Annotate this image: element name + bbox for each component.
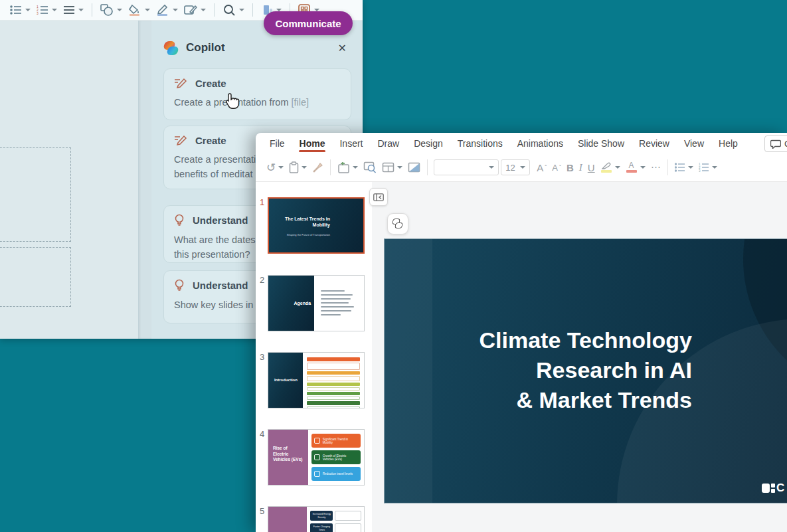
line-spacing-button[interactable] <box>60 3 86 17</box>
ribbon-divider <box>330 159 331 175</box>
more-font-options-button[interactable]: ⋯ <box>648 159 663 175</box>
font-color-button[interactable]: A <box>623 160 648 175</box>
copilot-title: Copilot <box>186 41 225 54</box>
designer-button[interactable] <box>405 160 423 175</box>
chevron-down-icon <box>640 166 646 169</box>
canvas-edge-strip <box>138 21 151 339</box>
slide-thumbnail-5[interactable]: Increased Energy Density Faster Charging… <box>268 506 365 532</box>
slide-thumbnail-1[interactable]: The Latest Trends in Mobility Shaping th… <box>268 197 365 254</box>
thumb4-bar1-label: Significant Trend in Mobility <box>323 438 358 444</box>
menu-view[interactable]: View <box>677 133 711 153</box>
thumb2-bullets <box>321 290 354 315</box>
font-size-value: 12 <box>505 163 515 173</box>
highlight-button[interactable] <box>598 160 623 175</box>
fill-color-button[interactable] <box>126 2 153 18</box>
new-slide-button[interactable] <box>335 160 361 175</box>
font-name-select[interactable] <box>434 159 499 175</box>
font-size-select[interactable]: 12 <box>501 159 530 175</box>
ink-annotate-button[interactable] <box>181 2 209 18</box>
font-color-swatch <box>626 170 637 173</box>
paste-button[interactable] <box>286 159 309 175</box>
menu-draw[interactable]: Draw <box>370 133 406 153</box>
slide-thumbnail-3[interactable]: Introduction <box>268 352 365 408</box>
menu-transitions[interactable]: Transitions <box>450 133 510 153</box>
undo-icon: ↺ <box>266 161 276 175</box>
chevron-down-icon <box>78 9 84 11</box>
copilot-inline-button[interactable] <box>387 213 408 234</box>
chevron-down-icon <box>520 166 525 169</box>
thumb2-title: Agenda <box>294 301 311 306</box>
italic-button[interactable]: I <box>576 160 585 175</box>
numbering-button[interactable]: 123 <box>34 3 60 17</box>
numbering-icon: 123 <box>37 5 48 15</box>
copilot-card-create-1[interactable]: Create Create a presentation from [file] <box>163 68 351 120</box>
shrink-font-button[interactable]: Aˇ <box>549 161 564 175</box>
logo-letter: C <box>776 482 785 495</box>
thumb4-title: Rise of Electric Vehicles (EVs) <box>273 446 303 463</box>
ink-annotate-icon <box>184 4 197 16</box>
menu-animations[interactable]: Animations <box>510 133 570 153</box>
document-canvas <box>0 21 138 339</box>
layout-button[interactable] <box>379 160 405 175</box>
workspace: 1 The Latest Trends in Mobility Shaping … <box>256 182 787 532</box>
card-title: Create <box>195 78 226 89</box>
undo-button[interactable]: ↺ <box>264 159 286 177</box>
card-title: Create <box>195 135 226 146</box>
draw-ink-button[interactable] <box>153 2 181 18</box>
close-icon[interactable]: ✕ <box>334 41 351 56</box>
shapes-button[interactable] <box>98 2 125 18</box>
collapse-thumbnails-button[interactable] <box>369 188 388 206</box>
chevron-down-icon <box>25 9 31 11</box>
format-painter-button[interactable] <box>309 160 326 175</box>
reuse-slides-button[interactable] <box>361 159 379 175</box>
toolbar-divider <box>92 3 92 17</box>
search-icon <box>222 4 236 17</box>
slide-thumbnail-panel: 1 The Latest Trends in Mobility Shaping … <box>256 182 372 532</box>
bold-button[interactable]: B <box>564 160 576 175</box>
company-logo: C <box>762 482 785 495</box>
underline-icon: U <box>588 162 595 173</box>
slide-canvas[interactable]: Climate Technology Research in AI & Mark… <box>384 238 787 503</box>
grow-font-button[interactable]: Aˆ <box>534 160 549 175</box>
menu-help[interactable]: Help <box>711 133 745 153</box>
thumb4-bars: Significant Trend in Mobility Growth of … <box>311 434 361 481</box>
chevron-down-icon <box>201 9 206 11</box>
search-button[interactable] <box>220 2 247 19</box>
lightbulb-icon <box>174 214 185 226</box>
bullets-button[interactable] <box>7 3 33 17</box>
slide-thumbnail-4[interactable]: Rise of Electric Vehicles (EVs) Signific… <box>268 429 365 486</box>
bullets-icon <box>10 5 22 15</box>
chevron-down-icon <box>278 166 284 169</box>
ribbon-numbering-button[interactable]: 123 <box>696 161 720 174</box>
communicate-button[interactable]: Communicate <box>264 11 353 35</box>
comments-button[interactable]: Co <box>764 135 787 152</box>
create-pen-icon <box>174 134 187 146</box>
car-icon <box>314 471 320 477</box>
menu-insert[interactable]: Insert <box>332 133 370 153</box>
layout-icon <box>382 162 394 173</box>
toolbar-divider <box>214 3 215 17</box>
more-icon: ⋯ <box>651 161 661 173</box>
menu-file[interactable]: File <box>262 133 292 153</box>
slide-thumbnail-2[interactable]: Agenda <box>268 275 365 331</box>
menu-review[interactable]: Review <box>632 133 677 153</box>
shapes-icon <box>100 4 114 16</box>
slide-title-textbox[interactable]: Climate Technology Research in AI & Mark… <box>413 325 692 415</box>
slide-title-line3: & Market Trends <box>413 385 692 415</box>
menu-slideshow[interactable]: Slide Show <box>570 133 632 153</box>
slide-number: 5 <box>260 506 268 516</box>
underline-button[interactable]: U <box>585 160 598 175</box>
menu-design[interactable]: Design <box>406 133 450 153</box>
chevron-down-icon <box>688 166 693 169</box>
shrink-font-icon: A <box>552 163 558 173</box>
ribbon-bullets-button[interactable] <box>672 161 696 174</box>
content-placeholder[interactable] <box>0 147 71 242</box>
menu-home[interactable]: Home <box>292 133 333 153</box>
comment-icon <box>770 139 781 149</box>
chevron-down-icon <box>239 9 244 11</box>
thumb3-sections <box>307 357 360 408</box>
content-placeholder[interactable] <box>0 247 71 307</box>
svg-text:3: 3 <box>699 169 701 172</box>
lightbulb-icon <box>174 279 185 292</box>
card-title: Understand <box>193 215 248 226</box>
